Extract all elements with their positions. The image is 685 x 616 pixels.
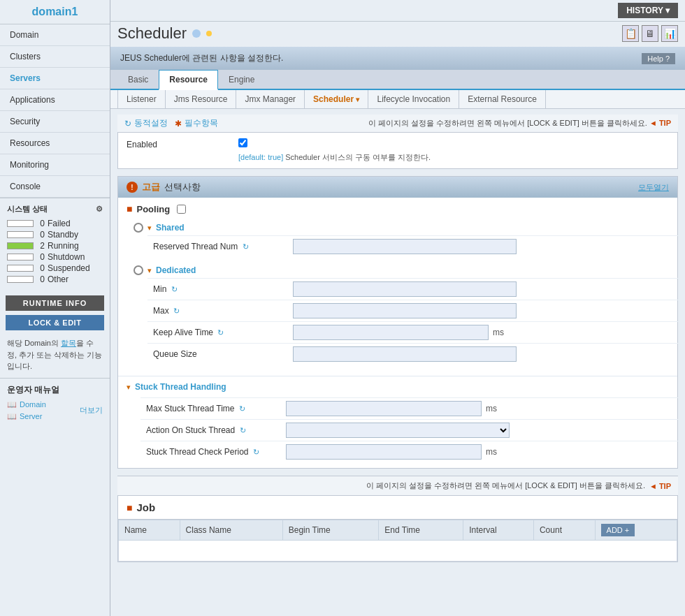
action-stuck-label: Action On Stuck Thread ↻ — [140, 420, 280, 441]
tab-basic[interactable]: Basic — [117, 70, 159, 90]
history-button[interactable]: HISTORY ▾ — [618, 3, 678, 18]
manual-more-link[interactable]: 더보기 — [80, 405, 103, 416]
dedicated-label: Dedicated — [156, 265, 196, 275]
max-refresh-icon[interactable]: ↻ — [173, 307, 180, 315]
dot-blue — [192, 29, 201, 38]
shared-radio[interactable] — [134, 223, 143, 233]
action-stuck-select[interactable] — [286, 423, 510, 438]
keep-alive-input-cell: ms — [287, 322, 683, 344]
sub-nav-jms[interactable]: Jms Resource — [166, 90, 237, 108]
sub-nav-external[interactable]: External Resource — [459, 90, 546, 108]
max-input-cell — [287, 300, 683, 322]
check-period-refresh-icon[interactable]: ↻ — [253, 448, 259, 456]
notice-tip: ◄ TIP — [649, 482, 671, 490]
dedicated-section: ▾ Dedicated Min ↻ — [134, 263, 669, 365]
sidebar-item-domain[interactable]: Domain — [0, 24, 110, 46]
sub-nav-listener[interactable]: Listener — [117, 90, 166, 108]
tab-engine[interactable]: Engine — [218, 70, 265, 90]
job-col-classname: Class Name — [180, 520, 282, 541]
tab-resource[interactable]: Resource — [159, 70, 218, 90]
status-row-failed: 0 Failed — [7, 219, 103, 228]
sidebar-info-link[interactable]: 할목 — [61, 339, 76, 347]
pooling-checkbox[interactable] — [177, 205, 186, 214]
queue-size-input[interactable] — [293, 346, 517, 362]
lock-edit-button[interactable]: LOCK & EDIT — [6, 315, 104, 330]
status-toggle-icon[interactable]: ⚙ — [96, 205, 103, 214]
min-row: Min ↻ — [147, 279, 683, 300]
job-table-header-row: Name Class Name Begin Time End Time Inte… — [119, 520, 677, 541]
max-stuck-time-label: Max Stuck Thread Time ↻ — [140, 398, 280, 420]
system-status: 시스템 상태 ⚙ 0 Failed 0 Standby 2 Running 0 … — [0, 198, 110, 291]
action-stuck-refresh-icon[interactable]: ↻ — [240, 426, 246, 434]
shared-form-table: Reserved Thread Num ↻ — [147, 235, 683, 257]
status-row-suspended: 0 Suspended — [7, 263, 103, 273]
status-row-running: 2 Running — [7, 241, 103, 251]
sub-nav-scheduler[interactable]: Scheduler ▾ — [305, 90, 368, 108]
status-row-standby: 0 Standby — [7, 230, 103, 240]
reserved-thread-label: Reserved Thread Num ↻ — [147, 236, 287, 258]
sub-nav-jmx[interactable]: Jmx Manager — [236, 90, 305, 108]
sidebar-item-resources[interactable]: Resources — [0, 133, 110, 154]
status-row-other: 0 Other — [7, 274, 103, 284]
domain-logo[interactable]: domain1 — [0, 0, 110, 24]
runtime-info-button[interactable]: RUNTIME INFO — [6, 295, 104, 311]
enabled-checkbox[interactable] — [238, 138, 247, 147]
dedicated-form-table: Min ↻ Max ↻ — [147, 278, 683, 365]
max-stuck-input-cell: ms — [280, 398, 683, 420]
keep-alive-label: Keep Alive Time ↻ — [147, 322, 287, 344]
job-col-interval: Interval — [463, 520, 534, 541]
queue-size-label: Queue Size — [147, 344, 287, 365]
expand-all-button[interactable]: 모두열기 — [638, 182, 669, 193]
reserved-thread-refresh-icon[interactable]: ↻ — [243, 242, 249, 251]
dedicated-radio[interactable] — [134, 265, 143, 275]
sidebar: domain1 Domain Clusters Servers Applicat… — [0, 0, 110, 616]
sidebar-item-applications[interactable]: Applications — [0, 89, 110, 111]
enabled-section: Enabled [default: true] Scheduler 서비스의 구… — [117, 132, 678, 169]
keep-alive-input[interactable] — [293, 325, 489, 340]
asterisk-icon: ✱ — [175, 119, 182, 129]
reserved-thread-input[interactable] — [293, 239, 517, 254]
enabled-desc: [default: true] Scheduler 서비스의 구동 여부를 지정… — [238, 152, 669, 163]
max-stuck-time-row: Max Stuck Thread Time ↻ ms — [140, 398, 683, 420]
action-notice: 이 페이지의 설정을 수정하려면 왼쪽 메뉴에서 [LOCK & EDIT] 버… — [368, 118, 671, 129]
desc-text: JEUS Scheduler에 관련된 사항을 설정한다. — [120, 52, 283, 64]
check-period-input[interactable] — [286, 444, 482, 460]
job-col-name: Name — [119, 520, 180, 541]
stuck-form-table: Max Stuck Thread Time ↻ ms Action O — [140, 397, 683, 462]
max-stuck-refresh-icon[interactable]: ↻ — [239, 404, 245, 413]
dynamic-settings-item[interactable]: ↻ 동적설정 — [124, 117, 168, 129]
required-label: 필수항목 — [185, 117, 218, 129]
stuck-label: Stuck Thread Handling — [135, 382, 226, 392]
max-row: Max ↻ — [147, 300, 683, 322]
toolbar-icon-3[interactable]: 📊 — [661, 25, 678, 42]
tab-bar: Basic Resource Engine — [110, 70, 685, 90]
help-button[interactable]: Help ? — [642, 53, 675, 64]
job-col-endtime: End Time — [379, 520, 463, 541]
job-add-button[interactable]: ADD + — [601, 524, 635, 536]
keep-alive-refresh-icon[interactable]: ↻ — [217, 328, 224, 337]
manual-item-domain[interactable]: 📖 Domain — [7, 399, 46, 411]
dynamic-label: 동적설정 — [134, 117, 168, 129]
sidebar-item-servers[interactable]: Servers — [0, 68, 110, 89]
toolbar-icon-2[interactable]: 🖥 — [642, 25, 658, 42]
min-input[interactable] — [293, 281, 517, 297]
sub-nav-lifecycle[interactable]: Lifecycle Invocation — [368, 90, 459, 108]
page-title: Scheduler — [117, 24, 212, 43]
content-area: ↻ 동적설정 ✱ 필수항목 이 페이지의 설정을 수정하려면 왼쪽 메뉴에서 [… — [110, 109, 685, 616]
manual-item-server[interactable]: 📖 Server — [7, 411, 46, 423]
advanced-icon: ! — [127, 182, 138, 193]
sidebar-item-security[interactable]: Security — [0, 111, 110, 133]
min-refresh-icon[interactable]: ↻ — [171, 285, 178, 293]
sidebar-item-console[interactable]: Console — [0, 176, 110, 198]
pooling-icon: ■ — [127, 203, 132, 214]
max-input[interactable] — [293, 303, 517, 318]
toolbar-icon-1[interactable]: 📋 — [622, 25, 639, 42]
check-period-input-cell: ms — [280, 441, 683, 463]
job-table: Name Class Name Begin Time End Time Inte… — [118, 520, 677, 562]
sidebar-item-monitoring[interactable]: Monitoring — [0, 154, 110, 176]
sidebar-item-clusters[interactable]: Clusters — [0, 46, 110, 68]
max-stuck-time-input[interactable] — [286, 401, 482, 416]
check-period-row: Stuck Thread Check Period ↻ ms — [140, 441, 683, 463]
tip-text: ◄ TIP — [649, 119, 671, 127]
sub-nav: Listener Jms Resource Jmx Manager Schedu… — [110, 90, 685, 109]
